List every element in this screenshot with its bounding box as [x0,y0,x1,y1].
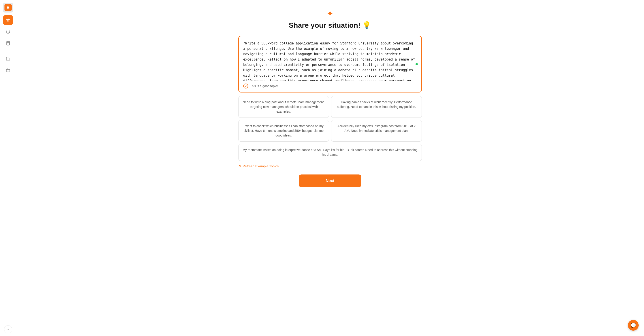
sparkle-icon [6,18,10,22]
sidebar-item-folder1[interactable] [3,54,13,64]
sidebar-item-history[interactable] [3,27,13,37]
divider [4,51,12,51]
sidebar: E » [0,0,16,336]
refresh-row: ↻ Refresh Example Topics [238,163,422,169]
topic-input-container: ✓ This is a good topic! [238,36,422,93]
example-topic-1[interactable]: Need to write a blog post about remote t… [238,96,329,118]
next-button[interactable]: Next [299,174,362,187]
history-icon [6,29,10,34]
green-status-dot [416,63,418,65]
folder-icon [6,56,10,61]
page-title: Share your situation! 💡 [289,21,372,29]
sidebar-item-ai-assistant[interactable] [3,15,13,25]
document-icon [6,41,10,46]
example-topic-5[interactable]: My roommate insists on doing interpretiv… [238,144,422,161]
example-topic-4[interactable]: Accidentally liked my ex's Instagram pos… [331,120,422,142]
good-topic-label: This is a good topic! [250,84,278,88]
refresh-icon: ↻ [238,164,241,168]
sidebar-item-documents[interactable] [3,38,13,48]
good-topic-row: ✓ This is a good topic! [243,84,417,88]
example-topic-3[interactable]: I want to check which businesses I can s… [238,120,329,142]
logo[interactable]: E [3,3,13,12]
examples-grid: Need to write a blog post about remote t… [238,96,422,161]
check-icon: ✓ [243,84,248,88]
main-content: ✦ Share your situation! 💡 ✓ This is a go… [16,0,644,336]
spark-icon: ✦ [327,9,334,18]
sidebar-item-folder2[interactable] [3,65,13,75]
chat-avatar-button[interactable]: 💬 [628,320,639,331]
expand-button[interactable]: » [4,325,12,333]
example-topic-2[interactable]: Having panic attacks at work recently. P… [331,96,422,118]
folder2-icon [6,68,10,73]
logo-letter: E [4,4,12,11]
refresh-topics-button[interactable]: ↻ Refresh Example Topics [238,163,278,169]
topic-textarea[interactable] [243,41,417,81]
